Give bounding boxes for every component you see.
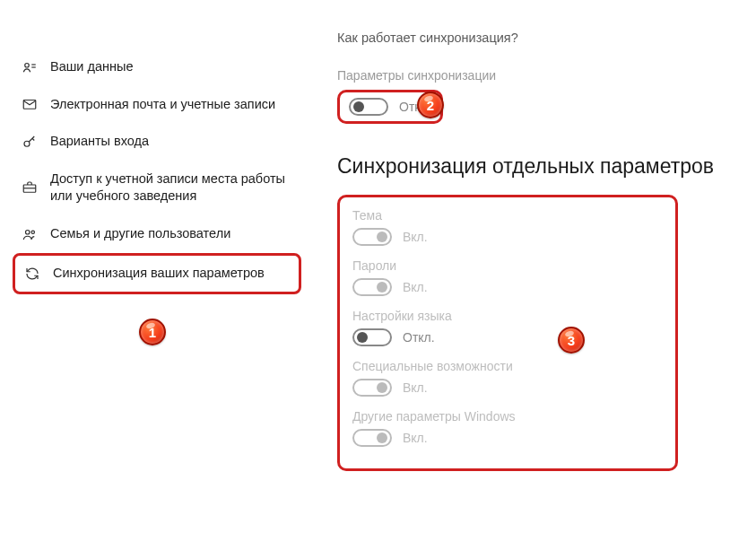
key-icon <box>22 134 38 150</box>
setting-label: Специальные возможности <box>352 359 663 373</box>
sidebar-item-label: Семья и другие пользователи <box>50 225 230 243</box>
sync-icon <box>24 266 40 282</box>
sidebar-item-signin-options[interactable]: Варианты входа <box>9 123 305 161</box>
svg-point-7 <box>26 230 30 234</box>
settings-window: Ваши данные Электронная почта и учетные … <box>0 0 756 533</box>
individual-settings-highlight: Тема Вкл. Пароли Вкл. Настройки языка От… <box>337 195 678 471</box>
how-sync-works-link[interactable]: Как работает синхронизация? <box>337 31 729 45</box>
setting-passwords: Пароли Вкл. <box>352 258 663 296</box>
setting-language: Настройки языка Откл. <box>352 309 663 346</box>
setting-other-windows: Другие параметры Windows Вкл. <box>352 409 663 447</box>
svg-point-8 <box>31 231 34 233</box>
master-sync-toggle[interactable] <box>349 98 388 116</box>
sidebar-item-email-accounts[interactable]: Электронная почта и учетные записи <box>9 86 305 124</box>
sidebar-item-label: Ваши данные <box>50 58 134 76</box>
annotation-badge-3: 3 <box>558 327 585 354</box>
setting-ease-of-access: Специальные возможности Вкл. <box>352 359 663 397</box>
people-icon <box>22 226 38 242</box>
person-card-icon <box>22 59 38 75</box>
setting-label: Настройки языка <box>352 309 663 323</box>
sidebar-item-label: Доступ к учетной записи места работы или… <box>50 170 292 205</box>
theme-state: Вкл. <box>403 230 428 244</box>
sidebar-item-family-users[interactable]: Семья и другие пользователи <box>9 215 305 253</box>
ease-of-access-state: Вкл. <box>403 380 428 395</box>
setting-label: Тема <box>352 208 663 223</box>
sidebar-item-label: Синхронизация ваших параметров <box>53 265 265 283</box>
sync-parameters-label: Параметры синхронизации <box>337 68 729 83</box>
annotation-badge-2: 2 <box>417 92 444 118</box>
setting-theme: Тема Вкл. <box>352 208 663 246</box>
sidebar: Ваши данные Электронная почта и учетные … <box>9 13 305 520</box>
briefcase-icon <box>22 179 38 196</box>
sidebar-item-label: Электронная почта и учетные записи <box>50 96 275 114</box>
ease-of-access-toggle[interactable] <box>352 379 392 397</box>
other-windows-state: Вкл. <box>403 431 428 445</box>
passwords-toggle[interactable] <box>352 278 392 296</box>
sidebar-item-work-school[interactable]: Доступ к учетной записи места работы или… <box>9 161 305 215</box>
individual-sync-heading: Синхронизация отдельных параметров <box>337 154 729 179</box>
sidebar-item-sync-settings[interactable]: Синхронизация ваших параметров <box>13 253 301 294</box>
passwords-state: Вкл. <box>403 280 428 294</box>
other-windows-toggle[interactable] <box>352 429 392 447</box>
language-toggle[interactable] <box>352 328 392 346</box>
language-state: Откл. <box>403 330 435 345</box>
sidebar-item-your-info[interactable]: Ваши данные <box>9 48 305 86</box>
sidebar-item-label: Варианты входа <box>50 133 149 151</box>
mail-icon <box>22 96 38 112</box>
svg-point-0 <box>25 63 30 67</box>
setting-label: Другие параметры Windows <box>352 409 663 424</box>
setting-label: Пароли <box>352 258 663 273</box>
annotation-badge-1: 1 <box>139 319 166 345</box>
content-pane: Как работает синхронизация? Параметры си… <box>305 13 747 520</box>
theme-toggle[interactable] <box>352 228 392 246</box>
svg-point-4 <box>24 141 30 146</box>
